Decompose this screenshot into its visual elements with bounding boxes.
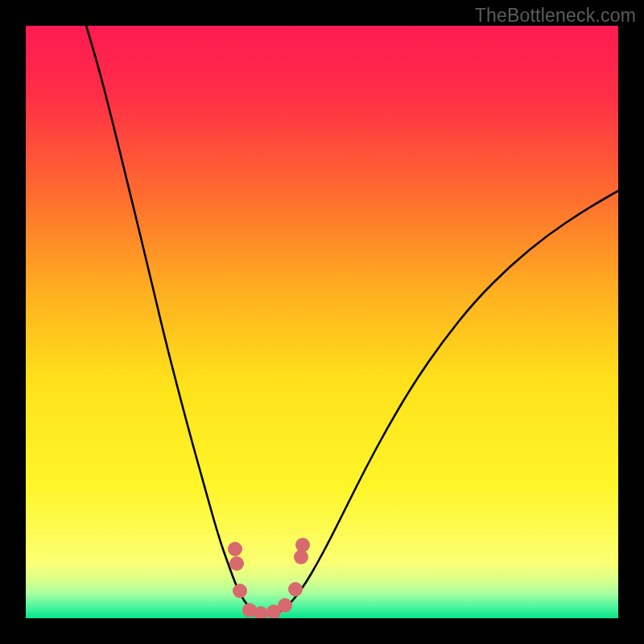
watermark-text: TheBottleneck.com — [475, 5, 636, 27]
data-dot — [278, 598, 292, 613]
data-dot — [288, 582, 303, 597]
data-dot — [295, 538, 310, 552]
chart-frame — [26, 26, 618, 618]
data-dot — [233, 584, 247, 598]
data-dot — [229, 556, 244, 571]
bottleneck-chart — [26, 26, 618, 618]
data-dot — [228, 542, 242, 556]
chart-background — [26, 26, 618, 618]
